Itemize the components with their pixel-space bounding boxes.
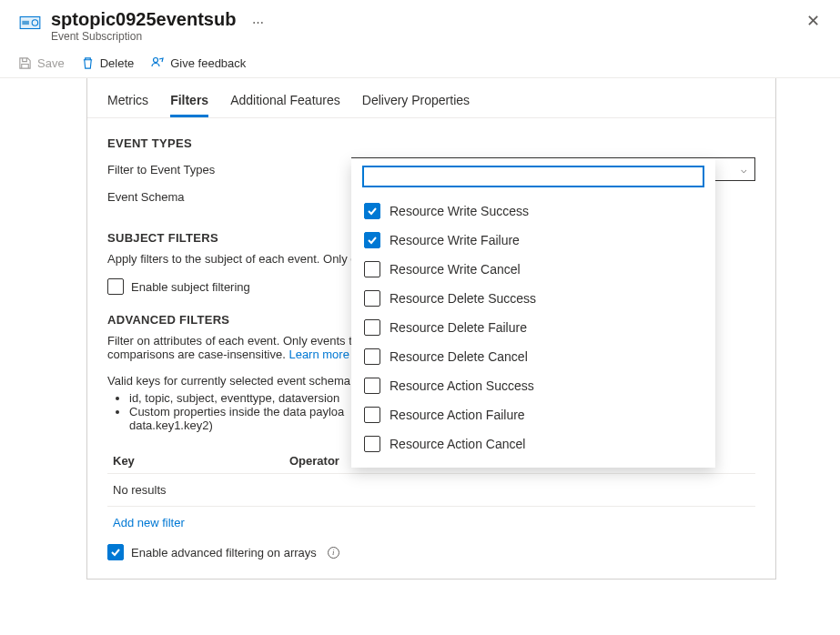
- dropdown-option-label: Resource Write Failure: [390, 233, 520, 247]
- save-icon: [18, 56, 32, 70]
- delete-button[interactable]: Delete: [81, 55, 135, 72]
- dropdown-option-checkbox[interactable]: [364, 436, 380, 452]
- dropdown-search-input[interactable]: [362, 166, 704, 187]
- feedback-button[interactable]: Give feedback: [150, 54, 246, 72]
- dropdown-option-label: Resource Action Failure: [390, 408, 525, 422]
- filter-to-event-types-label: Filter to Event Types: [107, 163, 351, 176]
- dropdown-option[interactable]: Resource Write Failure: [362, 226, 704, 255]
- dropdown-option-checkbox[interactable]: [364, 290, 380, 307]
- delete-icon: [81, 56, 95, 70]
- dropdown-option-checkbox[interactable]: [364, 232, 380, 248]
- command-bar: Save Delete Give feedback: [0, 46, 840, 78]
- resource-icon: [18, 11, 42, 35]
- learn-more-link[interactable]: Learn more: [288, 348, 349, 361]
- enable-advanced-arrays-row[interactable]: Enable advanced filtering on arrays i: [107, 544, 755, 560]
- dropdown-option-label: Resource Delete Failure: [390, 320, 527, 335]
- dropdown-option-label: Resource Action Cancel: [390, 437, 525, 451]
- dropdown-option[interactable]: Resource Action Success: [362, 371, 704, 400]
- tab-additional-features[interactable]: Additional Features: [230, 87, 340, 117]
- dropdown-option[interactable]: Resource Write Success: [362, 197, 704, 226]
- dropdown-option[interactable]: Resource Delete Cancel: [362, 342, 704, 371]
- tab-bar: Metrics Filters Additional Features Deli…: [87, 78, 775, 118]
- tab-delivery-properties[interactable]: Delivery Properties: [362, 87, 470, 117]
- page-header: sptopic0925eventsub ⋯ Event Subscription…: [0, 0, 840, 46]
- enable-subject-filtering-checkbox[interactable]: [107, 278, 124, 295]
- dropdown-option[interactable]: Resource Delete Success: [362, 284, 704, 313]
- dropdown-option[interactable]: Resource Write Cancel: [362, 255, 704, 284]
- filter-grid-empty: No results: [107, 474, 755, 507]
- main-panel: Metrics Filters Additional Features Deli…: [86, 78, 776, 580]
- dropdown-option[interactable]: Resource Delete Failure: [362, 313, 704, 342]
- svg-point-3: [154, 58, 158, 63]
- chevron-down-icon: ⌵: [741, 164, 747, 176]
- dropdown-option[interactable]: Resource Action Failure: [362, 400, 704, 429]
- event-schema-label: Event Schema: [107, 190, 351, 204]
- dropdown-option-checkbox[interactable]: [364, 319, 380, 336]
- event-types-heading: EVENT TYPES: [107, 136, 755, 150]
- dropdown-option-label: Resource Write Success: [390, 204, 529, 218]
- dropdown-option-checkbox[interactable]: [364, 348, 380, 365]
- enable-advanced-arrays-label: Enable advanced filtering on arrays: [131, 546, 317, 559]
- dropdown-option-checkbox[interactable]: [364, 407, 380, 423]
- enable-subject-filtering-label: Enable subject filtering: [131, 280, 250, 294]
- tab-metrics[interactable]: Metrics: [107, 87, 148, 117]
- dropdown-option[interactable]: Resource Action Cancel: [362, 429, 704, 459]
- save-button: Save: [18, 55, 65, 72]
- tab-filters[interactable]: Filters: [170, 87, 208, 117]
- dropdown-option-label: Resource Action Success: [390, 378, 534, 393]
- feedback-icon: [150, 55, 165, 70]
- dropdown-option-label: Resource Delete Success: [390, 291, 536, 306]
- page-title: sptopic0925eventsub: [51, 9, 236, 29]
- more-icon[interactable]: ⋯: [252, 15, 265, 29]
- dropdown-option-label: Resource Write Cancel: [390, 262, 521, 277]
- dropdown-option-checkbox[interactable]: [364, 378, 380, 394]
- add-new-filter-link[interactable]: Add new filter: [107, 507, 190, 544]
- svg-rect-1: [22, 21, 29, 25]
- col-key: Key: [107, 454, 289, 468]
- dropdown-option-checkbox[interactable]: [364, 203, 380, 219]
- info-icon[interactable]: i: [328, 547, 339, 559]
- close-icon[interactable]: ✕: [805, 9, 822, 33]
- dropdown-option-label: Resource Delete Cancel: [390, 349, 528, 364]
- event-types-dropdown-panel: Resource Write SuccessResource Write Fai…: [351, 158, 715, 468]
- page-subtitle: Event Subscription: [51, 30, 805, 43]
- enable-advanced-arrays-checkbox[interactable]: [107, 544, 124, 560]
- dropdown-option-checkbox[interactable]: [364, 261, 380, 277]
